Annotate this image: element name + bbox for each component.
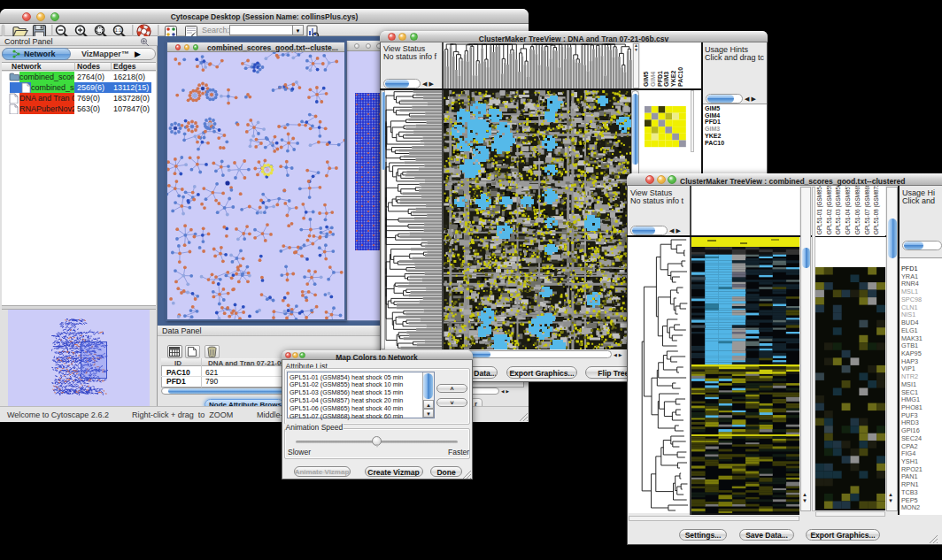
svg-text:GPL51-04 (GSM857): GPL51-04 (GSM857) bbox=[845, 186, 852, 234]
svg-text:GPL51-06 (GSM865): GPL51-06 (GSM865) bbox=[854, 186, 861, 234]
svg-text:GIM4: GIM4 bbox=[650, 72, 656, 87]
svg-text:GPL51-01 (GSM854): GPL51-01 (GSM854) bbox=[816, 186, 823, 234]
svg-text:PAC10: PAC10 bbox=[677, 67, 683, 87]
svg-text:GIM3: GIM3 bbox=[663, 72, 669, 87]
svg-text:GIM5: GIM5 bbox=[643, 72, 649, 87]
svg-text:GPL51-03 (GSM856): GPL51-03 (GSM856) bbox=[835, 186, 842, 234]
svg-text:YKE2: YKE2 bbox=[670, 71, 676, 87]
svg-text:1:1: 1:1 bbox=[115, 27, 122, 33]
svg-text:GPL51-08 (GSM872): GPL51-08 (GSM872) bbox=[873, 186, 880, 234]
svg-text:GPL51-07 (GSM868): GPL51-07 (GSM868) bbox=[864, 186, 871, 234]
svg-text:PFD1: PFD1 bbox=[657, 71, 663, 87]
svg-text:GPL51-02 (GSM855): GPL51-02 (GSM855) bbox=[826, 186, 833, 234]
